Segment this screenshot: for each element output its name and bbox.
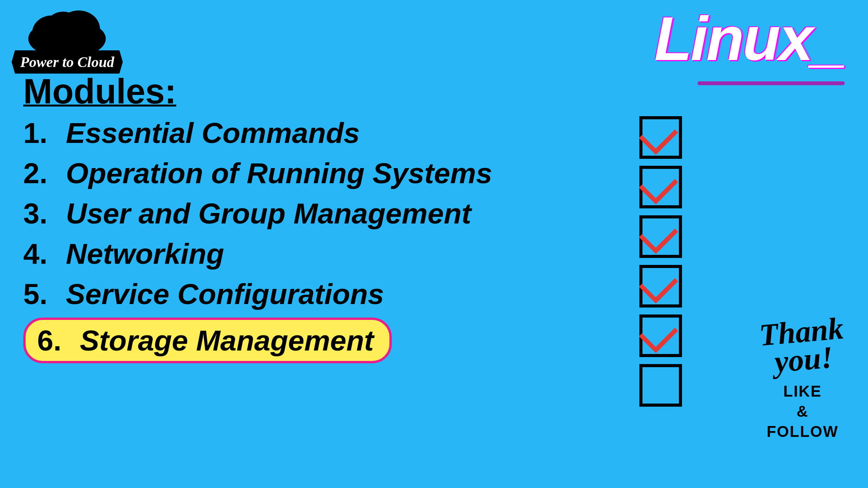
module-number: 3. — [23, 197, 66, 230]
highlight-box: 6. Storage Management — [23, 318, 392, 363]
module-text: User and Group Management — [66, 197, 471, 230]
list-item: 2. Operation of Running Systems — [23, 156, 492, 190]
module-number: 6. — [37, 324, 80, 357]
checkboxes-column — [639, 116, 682, 407]
checkbox-5 — [639, 314, 682, 357]
module-text: Essential Commands — [66, 116, 360, 149]
like-follow-text: LIKE&FOLLOW — [760, 381, 845, 442]
list-item-highlighted: 6. Storage Management — [23, 318, 492, 363]
module-number: 4. — [23, 237, 66, 270]
module-number: 2. — [23, 156, 66, 190]
checkbox-1 — [639, 116, 682, 159]
linux-title-text: Linux_ — [654, 4, 845, 73]
module-text: Operation of Running Systems — [66, 156, 492, 190]
list-item: 5. Service Configurations — [23, 277, 492, 311]
list-item: 1. Essential Commands — [23, 116, 492, 149]
logo-container: Power to Cloud — [12, 8, 123, 74]
checkbox-6 — [639, 364, 682, 407]
module-text: Networking — [66, 237, 224, 270]
list-item: 4. Networking — [23, 237, 492, 270]
thank-you-section: Thankyou! LIKE&FOLLOW — [760, 318, 845, 442]
checkbox-2 — [639, 166, 682, 208]
module-list: 1. Essential Commands 2. Operation of Ru… — [23, 116, 492, 370]
brand-name: Power to Cloud — [12, 50, 123, 74]
list-item: 3. User and Group Management — [23, 197, 492, 230]
checkbox-3 — [639, 215, 682, 258]
checkbox-4 — [639, 265, 682, 308]
module-number: 5. — [23, 277, 66, 311]
thank-you-text: Thankyou! — [758, 314, 847, 377]
module-number: 1. — [23, 116, 66, 149]
linux-underline — [698, 81, 845, 85]
svg-point-3 — [46, 12, 81, 43]
module-text: Service Configurations — [66, 277, 384, 311]
linux-title: Linux_ — [654, 8, 845, 70]
module-text: Storage Management — [80, 324, 374, 357]
modules-heading: Modules: — [23, 72, 176, 112]
